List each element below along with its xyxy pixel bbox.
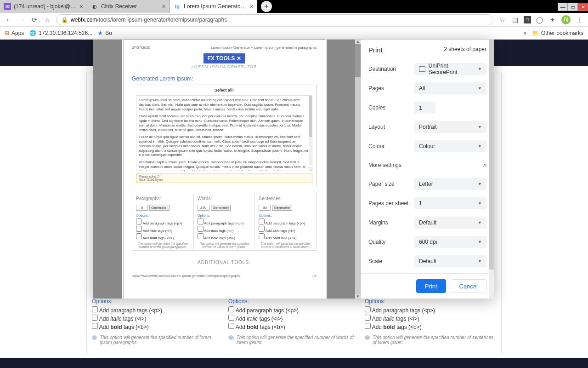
extension-icon[interactable]: ▤ [511,16,519,24]
tab-lorem[interactable]: Ig Lorem Ipsum Generator » Lorem × [170,0,257,13]
resize-handle [308,167,312,171]
printer-icon [419,66,425,72]
print-dialog: 07/07/2020 Lorem Ipsum Generator » Lorem… [93,40,494,299]
layout-select[interactable]: Portrait▼ [414,121,486,133]
tab-title: Citrix Receiver [101,3,159,10]
forward-button[interactable]: → [17,16,26,24]
home-button[interactable]: ⌂ [43,16,51,24]
info-icon [228,335,234,340]
scroll-up-icon[interactable]: ▲ [355,40,361,44]
close-icon[interactable]: × [79,3,83,10]
chevron-down-icon: ▼ [478,259,482,264]
checkbox-add-b[interactable]: Add bold tags (<b>) [92,323,220,330]
checkbox-add-p[interactable]: Add paragraph tags (<p>) [92,306,220,314]
address-bar[interactable]: 🔒 webfx.com/tools/lorem-ipsum-generator/… [56,14,493,25]
quality-select[interactable]: 600 dpi▼ [414,236,486,248]
checkbox-add-i[interactable]: Add italic tags (<i>) [365,315,493,322]
apps-icon: ⊞ [5,30,9,36]
destination-label: Destination [368,66,414,72]
url-text: webfx.com/tools/lorem-ipsum-generator/lo… [71,17,227,23]
chevron-down-icon: ▼ [478,125,482,129]
pages-select[interactable]: All▼ [414,82,486,94]
margins-select[interactable]: Default▼ [414,217,486,229]
tab-citrix[interactable]: ◐ Citrix Receiver × [87,0,170,13]
checkbox-add-b[interactable]: Add bold tags (<b>) [365,323,493,330]
hint-text: This option will generate the specified … [237,335,357,345]
other-bookmarks[interactable]: 📁Other bookmarks [532,30,583,36]
minimize-button[interactable]: — [558,3,568,11]
close-icon[interactable]: × [162,3,166,10]
options-header: Options: [365,298,493,305]
browser-toolbar: ← → ⟳ ⌂ 🔒 webfx.com/tools/lorem-ipsum-ge… [0,13,588,27]
new-tab-button[interactable]: + [261,1,272,12]
pages-label: Pages [368,85,414,92]
checkbox-add-p[interactable]: Add paragraph tags (<p>) [228,306,357,314]
bookmarks-overflow[interactable]: » [523,30,526,36]
pages-per-sheet-select[interactable]: 1▼ [414,197,486,209]
page-icon: Ig [174,3,181,10]
footer-page: 1/2 [312,274,317,277]
tab-title: Lorem Ipsum Generator » Lorem [184,3,247,10]
logo: FX TOOLS ✕ [204,53,244,63]
generate-button: Generate! [272,205,292,211]
preview-heading: Generated Lorem Ipsum: [132,75,317,82]
text-output: Lorem ipsum dolor sit amet, consectetur … [136,95,312,171]
menu-button[interactable]: ⋮ [575,16,583,24]
paper-size-select[interactable]: Letter▼ [414,178,486,190]
checkbox-add-i[interactable]: Add italic tags (<i>) [228,315,357,322]
extension-icon[interactable]: ◯ [536,16,544,24]
extension-icon[interactable]: □ [524,16,531,23]
star-icon: ★ [98,30,103,36]
chevron-down-icon: ▼ [478,240,482,244]
margins-label: Margins [368,219,414,226]
tab-mail[interactable]: ✉ (174 unread) - bjokel@rogers.co × [0,0,87,13]
input-value: 50 [259,205,271,211]
cancel-button[interactable]: Cancel [451,279,486,293]
copies-input[interactable] [414,102,435,114]
scale-select[interactable]: Default▼ [414,255,486,267]
profile-avatar[interactable]: Bj [561,15,571,24]
colour-select[interactable]: Colour▼ [414,140,486,152]
col-header: Paragraphs: [136,196,190,201]
bookmarks-bar: ⊞Apps 🌐172.30.136.124:526... ★Bo » 📁Othe… [0,27,588,40]
generate-button: Generate! [211,205,231,211]
quality-label: Quality [368,239,414,245]
close-icon[interactable]: × [250,3,254,10]
maximize-button[interactable]: ▭ [568,3,578,11]
scroll-down-icon[interactable]: ▼ [355,294,361,299]
checkbox-add-p[interactable]: Add paragraph tags (<p>) [365,306,493,314]
scale-label: Scale [368,258,414,264]
stats-box: Paragraphs: 5 Size: 2160 bytes [136,173,312,183]
layout-label: Layout [368,124,414,130]
folder-icon: 📁 [532,30,539,36]
lock-icon: 🔒 [61,17,68,23]
back-button[interactable]: ← [5,16,13,24]
bookmark-item[interactable]: 🌐172.30.136.124:526... [29,30,92,36]
reload-button[interactable]: ⟳ [30,16,39,24]
options-header: Options: [92,298,220,305]
chevron-down-icon: ▼ [478,201,482,206]
page-scrollbar[interactable] [489,40,494,299]
copies-label: Copies [368,104,414,111]
extensions-button[interactable]: ✦ [548,16,557,24]
more-settings-toggle[interactable]: More settingsᐱ [368,156,486,174]
print-settings-panel: Print 2 sheets of paper Destination UniP… [361,40,494,299]
apps-button[interactable]: ⊞Apps [5,30,24,36]
preview-scrollbar[interactable]: ▲ ▼ [355,40,361,299]
close-window-button[interactable]: ✕ [578,3,588,11]
print-button[interactable]: Print [416,279,446,293]
star-icon[interactable]: ☆ [498,16,506,24]
checkbox-add-b[interactable]: Add bold tags (<b>) [228,323,357,330]
footer-url: https://www.webfx.com/tools/lorem-ipsum-… [132,274,240,277]
checkbox-add-i[interactable]: Add italic tags (<i>) [92,315,220,322]
chevron-down-icon: ▼ [478,144,482,149]
chevron-down-icon: ▼ [478,220,482,225]
destination-select[interactable]: UniPrint SecurePrint ▼ [414,63,486,75]
hint-text: This option will generate the specified … [100,335,220,345]
hint-text: This option will generate the specified … [373,335,493,345]
print-preview-pane: 07/07/2020 Lorem Ipsum Generator » Lorem… [93,40,361,299]
bookmark-item[interactable]: ★Bo [98,30,112,36]
sheet-count: 2 sheets of paper [444,46,486,54]
mail-icon: ✉ [4,3,11,10]
tab-title: (174 unread) - bjokel@rogers.co [14,3,77,10]
